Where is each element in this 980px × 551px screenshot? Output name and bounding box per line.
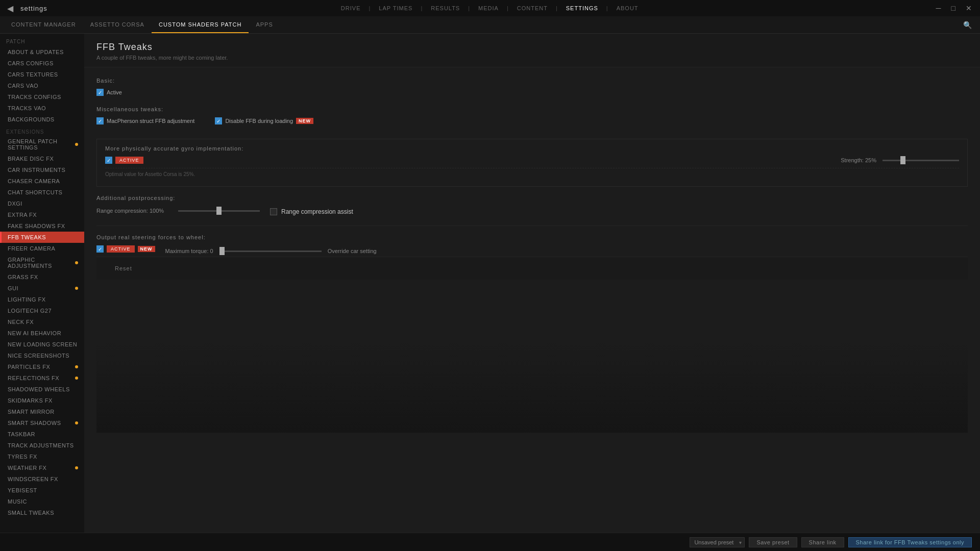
share-link-button[interactable]: Share link bbox=[801, 537, 844, 547]
sidebar-item-skidmarks-fx[interactable]: SKIDMARKS FX bbox=[0, 395, 84, 406]
sidebar-item-tyres-fx[interactable]: TYRES FX bbox=[0, 451, 84, 462]
misc-controls: MacPherson struct FFB adjustment Disable… bbox=[96, 117, 968, 129]
range-assist-row: Range compression assist bbox=[270, 208, 353, 215]
window-controls: ─ □ ✕ bbox=[932, 3, 976, 13]
gyro-active-row: Active bbox=[105, 157, 143, 164]
nav-content[interactable]: CONTENT bbox=[517, 5, 548, 11]
dot-indicator bbox=[75, 466, 78, 469]
sidebar-item-cars-vao[interactable]: CARS VAO bbox=[0, 80, 84, 91]
steering-section: Output real steering forces to wheel: Ac… bbox=[96, 226, 968, 257]
steering-active-badge: Active bbox=[107, 245, 135, 253]
strength-label: Strength: 25% bbox=[841, 157, 876, 163]
sidebar-item-graphic-adjustments[interactable]: GRAPHIC ADJUSTMENTS bbox=[0, 254, 84, 271]
nav-media[interactable]: MEDIA bbox=[478, 5, 499, 11]
sidebar-item-track-adjustments[interactable]: TRACK ADJUSTMENTS bbox=[0, 440, 84, 451]
strength-row: Strength: 25% bbox=[841, 157, 959, 163]
sidebar-item-lighting-fx[interactable]: LIGHTING FX bbox=[0, 294, 84, 305]
misc-label: Miscellaneous tweaks: bbox=[96, 106, 968, 112]
sidebar-item-reflections-fx[interactable]: REFLECTIONS FX bbox=[0, 372, 84, 384]
steering-checkbox[interactable] bbox=[96, 245, 104, 253]
dot-indicator bbox=[75, 287, 78, 290]
strength-slider[interactable] bbox=[883, 160, 959, 161]
sidebar-item-neck-fx[interactable]: NECK FX bbox=[0, 316, 84, 328]
sidebar-item-weather-fx[interactable]: WEATHER FX bbox=[0, 462, 84, 473]
active-row: Active bbox=[96, 89, 968, 96]
sidebar-item-cars-textures[interactable]: CARS TEXTURES bbox=[0, 69, 84, 80]
nav-drive[interactable]: DRIVE bbox=[341, 5, 361, 11]
sidebar-item-backgrounds[interactable]: BACKGROUNDS bbox=[0, 114, 84, 125]
tab-custom-shaders-patch[interactable]: CUSTOM SHADERS PATCH bbox=[152, 16, 249, 33]
maximize-button[interactable]: □ bbox=[947, 3, 960, 13]
sidebar-item-shadowed-wheels[interactable]: SHADOWED WHEELS bbox=[0, 384, 84, 395]
content-body: Basic: Active Miscellaneous tweaks: MacP… bbox=[84, 67, 980, 443]
nav-results[interactable]: RESULTS bbox=[431, 5, 460, 11]
range-compression-slider[interactable] bbox=[178, 210, 260, 212]
minimize-button[interactable]: ─ bbox=[932, 3, 945, 13]
tab-apps[interactable]: APPS bbox=[249, 16, 280, 33]
range-assist-checkbox[interactable] bbox=[270, 208, 277, 215]
search-button[interactable]: 🔍 bbox=[959, 19, 976, 31]
sidebar-item-gui[interactable]: GUI bbox=[0, 283, 84, 294]
sidebar-item-freer-camera[interactable]: FREER CAMERA bbox=[0, 243, 84, 254]
override-car-label[interactable]: Override car setting bbox=[328, 248, 377, 254]
macpherson-checkbox[interactable] bbox=[96, 117, 104, 124]
macpherson-label[interactable]: MacPherson struct FFB adjustment bbox=[107, 118, 194, 124]
save-preset-button[interactable]: Save preset bbox=[749, 537, 797, 547]
gyro-checkbox[interactable] bbox=[105, 157, 112, 164]
share-link-ffb-button[interactable]: Share link for FFB Tweaks settings only bbox=[848, 537, 972, 547]
sidebar-item-taskbar[interactable]: TASKBAR bbox=[0, 429, 84, 440]
preset-select[interactable]: Unsaved preset bbox=[690, 537, 745, 547]
sidebar-item-music[interactable]: MUSIC bbox=[0, 496, 84, 507]
sidebar-item-extra-fx[interactable]: EXTRA FX bbox=[0, 209, 84, 220]
content-header: FFB Tweaks A couple of FFB tweaks, more … bbox=[84, 34, 980, 67]
dot-indicator bbox=[75, 377, 78, 380]
sidebar: Patch ABOUT & UPDATES CARS CONFIGS CARS … bbox=[0, 34, 84, 533]
postprocessing-label: Additional postprocessing: bbox=[96, 195, 968, 201]
tab-content-manager[interactable]: CONTENT MANAGER bbox=[4, 16, 83, 33]
reset-bar: Reset bbox=[96, 257, 968, 280]
sidebar-item-brake-disc-fx[interactable]: BRAKE DISC FX bbox=[0, 153, 84, 164]
sidebar-item-particles-fx[interactable]: PARTICLES FX bbox=[0, 361, 84, 372]
sidebar-item-chat-shortcuts[interactable]: CHAT SHORTCUTS bbox=[0, 187, 84, 198]
active-checkbox[interactable] bbox=[96, 89, 104, 96]
sidebar-item-smart-shadows[interactable]: SMART SHADOWS bbox=[0, 417, 84, 429]
sidebar-item-tracks-vao[interactable]: TRACKS VAO bbox=[0, 103, 84, 114]
disable-ffb-label[interactable]: Disable FFB during loading bbox=[225, 118, 293, 124]
active-label[interactable]: Active bbox=[107, 89, 122, 95]
sidebar-item-new-ai-behavior[interactable]: NEW AI BEHAVIOR bbox=[0, 328, 84, 339]
page-description: A couple of FFB tweaks, more might be co… bbox=[96, 55, 968, 61]
range-assist-label[interactable]: Range compression assist bbox=[281, 208, 353, 215]
extensions-label: Extensions bbox=[0, 125, 84, 136]
sidebar-item-grass-fx[interactable]: GRASS FX bbox=[0, 271, 84, 283]
max-torque-row: Maximum torque: 0 Override car setting bbox=[165, 248, 377, 254]
sidebar-item-smart-mirror[interactable]: SMART MIRROR bbox=[0, 406, 84, 417]
macpherson-row: MacPherson struct FFB adjustment bbox=[96, 117, 194, 124]
sidebar-item-fake-shadows-fx[interactable]: FAKE SHADOWS FX bbox=[0, 220, 84, 232]
sidebar-item-windscreen-fx[interactable]: WINDSCREEN FX bbox=[0, 473, 84, 485]
back-button[interactable]: ◀ bbox=[4, 3, 16, 14]
tab-assetto-corsa[interactable]: ASSETTO CORSA bbox=[83, 16, 152, 33]
nav-settings[interactable]: SETTINGS bbox=[566, 5, 598, 11]
close-button[interactable]: ✕ bbox=[962, 3, 976, 13]
disable-ffb-checkbox[interactable] bbox=[215, 117, 222, 124]
sidebar-item-car-instruments[interactable]: CAR INSTRUMENTS bbox=[0, 164, 84, 176]
sidebar-item-ffb-tweaks[interactable]: FFB TWEAKS bbox=[0, 232, 84, 243]
sidebar-item-logitech-g27[interactable]: LOGITECH G27 bbox=[0, 305, 84, 316]
sidebar-item-cars-configs[interactable]: CARS CONFIGS bbox=[0, 58, 84, 69]
reset-button[interactable]: Reset bbox=[109, 263, 138, 273]
sidebar-item-about-updates[interactable]: ABOUT & UPDATES bbox=[0, 46, 84, 58]
nav-about[interactable]: ABOUT bbox=[617, 5, 639, 11]
sidebar-item-nice-screenshots[interactable]: NICE SCREENSHOTS bbox=[0, 350, 84, 361]
sidebar-item-dxgi[interactable]: DXGI bbox=[0, 198, 84, 209]
max-torque-slider[interactable] bbox=[219, 251, 322, 252]
titlebar: ◀ settings DRIVE | LAP TIMES | RESULTS |… bbox=[0, 0, 980, 16]
postprocessing-section: Additional postprocessing: Range compres… bbox=[96, 195, 968, 215]
sidebar-item-tracks-configs[interactable]: TRACKS CONFIGS bbox=[0, 91, 84, 103]
nav-laptimes[interactable]: LAP TIMES bbox=[379, 5, 412, 11]
gyro-section: More physically accurate gyro implementa… bbox=[96, 139, 968, 187]
sidebar-item-chaser-camera[interactable]: CHASER CAMERA bbox=[0, 176, 84, 187]
sidebar-item-general-patch[interactable]: GENERAL PATCH SETTINGS bbox=[0, 136, 84, 153]
sidebar-item-yebisest[interactable]: YEBISEST bbox=[0, 485, 84, 496]
sidebar-item-small-tweaks[interactable]: SMALL TWEAKS bbox=[0, 507, 84, 518]
sidebar-item-new-loading-screen[interactable]: NEW LOADING SCREEN bbox=[0, 339, 84, 350]
